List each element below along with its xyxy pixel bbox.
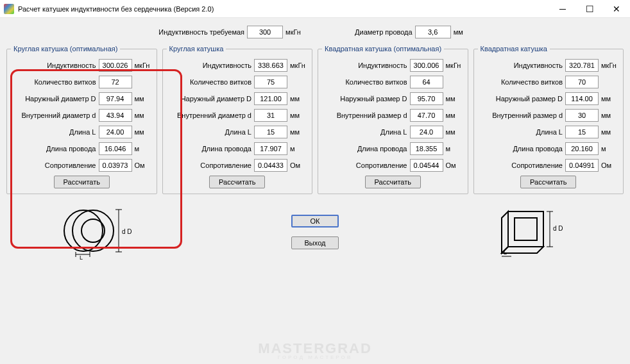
field-inductance[interactable] <box>410 59 443 72</box>
field-resistance[interactable] <box>565 159 599 172</box>
top-inputs: Индуктивность требуемая мкГн Диаметр про… <box>6 23 624 38</box>
inductance-unit: мкГн <box>285 28 303 36</box>
client-area: Индуктивность требуемая мкГн Диаметр про… <box>0 18 630 364</box>
required-inductance-input[interactable] <box>247 26 283 38</box>
maximize-button[interactable]: ☐ <box>576 0 603 18</box>
field-turns[interactable] <box>410 76 443 88</box>
bottom-area: d D L ОК Выход d D L <box>6 202 624 260</box>
field-inner[interactable] <box>254 109 287 122</box>
field-turns[interactable] <box>565 76 599 88</box>
panel-round-optimal: Круглая катушка (оптимальная) Индуктивно… <box>6 45 157 194</box>
close-button[interactable]: ✕ <box>603 0 630 18</box>
panel-title: Круглая катушка <box>167 45 226 53</box>
field-outer[interactable] <box>254 92 287 105</box>
field-turns[interactable] <box>99 76 132 88</box>
wire-diameter-input[interactable] <box>415 26 451 38</box>
svg-text:d D: d D <box>553 225 563 232</box>
label-inner-d: Внутренний диаметр d <box>11 112 96 119</box>
panel-square: Квадратная катушка ИндуктивностьмкГн Кол… <box>473 45 624 194</box>
label-wirelen: Длина провода <box>11 145 96 153</box>
panel-title: Квадратная катушка (оптимальная) <box>322 45 444 53</box>
panel-title: Круглая катушка (оптимальная) <box>11 45 120 53</box>
field-resistance[interactable] <box>410 159 443 172</box>
field-inductance[interactable] <box>254 59 287 72</box>
label-length: Длина L <box>11 128 96 136</box>
field-length[interactable] <box>410 126 443 138</box>
panel-square-optimal: Квадратная катушка (оптимальная) Индукти… <box>318 45 468 194</box>
field-inner[interactable] <box>565 109 599 122</box>
svg-text:L: L <box>504 249 507 256</box>
wire-unit: мм <box>454 28 472 36</box>
minimize-button[interactable]: ─ <box>549 0 576 18</box>
square-coil-diagram: d D L <box>489 202 572 260</box>
panels-row: Круглая катушка (оптимальная) Индуктивно… <box>6 45 624 194</box>
field-wirelen[interactable] <box>565 142 599 155</box>
field-resistance[interactable] <box>99 159 132 172</box>
field-length[interactable] <box>565 126 599 138</box>
field-length[interactable] <box>99 126 132 138</box>
app-icon <box>4 4 14 14</box>
calculate-button[interactable]: Рассчитать <box>54 176 110 188</box>
label-outer-d: Наружный диаметр D <box>11 95 96 103</box>
svg-rect-12 <box>515 218 537 240</box>
field-wirelen[interactable] <box>410 142 443 155</box>
label-resistance: Сопротивление <box>11 161 96 169</box>
label-turns: Количество витков <box>11 78 96 86</box>
field-inner[interactable] <box>410 109 443 122</box>
calculate-button[interactable]: Рассчитать <box>365 176 421 188</box>
field-wirelen[interactable] <box>254 142 287 155</box>
panel-title: Квадратная катушка <box>478 45 550 53</box>
wire-diameter-label: Диаметр провода <box>355 28 413 36</box>
calculate-button[interactable]: Рассчитать <box>520 176 576 188</box>
field-outer[interactable] <box>99 92 132 105</box>
svg-rect-11 <box>508 211 543 247</box>
window-title: Расчет катушек индуктивности без сердечн… <box>18 5 549 13</box>
label-inductance: Индуктивность <box>11 62 96 69</box>
field-inductance[interactable] <box>565 59 599 72</box>
field-resistance[interactable] <box>254 159 287 172</box>
round-coil-diagram: d D L <box>58 202 141 260</box>
required-inductance-label: Индуктивность требуемая <box>158 28 244 36</box>
field-wirelen[interactable] <box>99 142 132 155</box>
exit-button[interactable]: Выход <box>291 236 339 249</box>
panel-round: Круглая катушка ИндуктивностьмкГн Количе… <box>162 45 313 194</box>
ok-button[interactable]: ОК <box>291 215 339 228</box>
field-inner[interactable] <box>99 109 132 122</box>
svg-text:d D: d D <box>122 228 132 235</box>
svg-text:L: L <box>80 254 83 260</box>
field-turns[interactable] <box>254 76 287 88</box>
svg-marker-14 <box>502 247 543 253</box>
field-length[interactable] <box>254 126 287 138</box>
field-outer[interactable] <box>565 92 599 105</box>
svg-point-2 <box>64 210 103 251</box>
titlebar: Расчет катушек индуктивности без сердечн… <box>0 0 630 18</box>
calculate-button[interactable]: Рассчитать <box>209 176 265 188</box>
field-inductance[interactable] <box>99 59 132 72</box>
field-outer[interactable] <box>410 92 443 105</box>
svg-point-0 <box>72 210 114 251</box>
